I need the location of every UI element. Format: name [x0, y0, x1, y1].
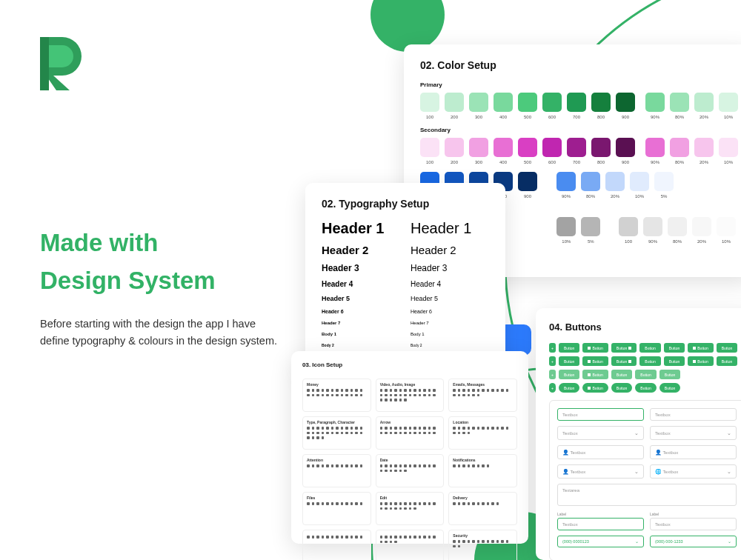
sample-button[interactable]: Button [717, 356, 737, 366]
icon-placeholder [336, 389, 339, 392]
sample-button[interactable]: + [549, 370, 556, 379]
icon-placeholder [462, 464, 465, 467]
icon-placeholder [423, 389, 426, 392]
icon-placeholder [423, 427, 426, 430]
icon-placeholder [468, 394, 471, 397]
icon-placeholder [394, 502, 397, 505]
sample-button[interactable]: + [549, 343, 556, 353]
icon-placeholder [345, 536, 348, 539]
icon-placeholder [433, 394, 436, 397]
color-swatch: 500 [518, 138, 537, 164]
icon-placeholder [477, 502, 480, 505]
icon-placeholder [390, 502, 393, 505]
sample-button[interactable]: Button [559, 356, 579, 366]
select-input[interactable]: Textbox⌄ [650, 426, 737, 440]
icon-placeholder [394, 536, 397, 539]
textbox-input[interactable]: Textbox [650, 408, 737, 421]
icon-placeholder [409, 432, 412, 435]
input-samples: Textbox Textbox Textbox⌄ Textbox⌄ 👤 Text… [549, 400, 741, 560]
sample-button[interactable]: Button [611, 343, 637, 353]
icon-placeholder [506, 427, 509, 430]
icon-placeholder [307, 389, 310, 392]
sample-button[interactable]: Button [582, 356, 608, 366]
textbox-input[interactable]: 👤 Textbox [650, 445, 737, 459]
sample-button[interactable]: Button [582, 370, 608, 379]
icon-placeholder [345, 389, 348, 392]
icon-placeholder [419, 394, 422, 397]
icon-placeholder [477, 389, 480, 392]
icon-placeholder [472, 394, 475, 397]
icon-category: Delivery [448, 492, 517, 525]
sample-button[interactable]: Button [559, 383, 579, 393]
icon-placeholder [462, 394, 465, 397]
icon-placeholder [433, 389, 436, 392]
phone-input[interactable]: (000) 000-1233⌄ [650, 536, 737, 547]
icon-placeholder [312, 502, 315, 505]
sample-button[interactable]: Button [717, 343, 737, 353]
icon-placeholder [496, 389, 499, 392]
sample-button[interactable]: Button [659, 383, 680, 393]
sample-button[interactable]: Button [659, 370, 680, 379]
textbox-input[interactable]: Textbox [650, 518, 737, 530]
sample-button[interactable]: Button [582, 343, 608, 353]
card-title: 02. Typography Setup [322, 198, 489, 210]
icon-placeholder [322, 502, 325, 505]
plus-icon [693, 347, 696, 350]
icon-category: Video, Audio, Image [376, 379, 445, 412]
card-buttons: 04. Buttons +ButtonButtonButtonButtonBut… [536, 308, 741, 560]
icon-placeholder [404, 502, 407, 505]
sample-button[interactable]: Button [559, 370, 579, 379]
icon-placeholder [326, 394, 329, 397]
sample-button[interactable]: Button [664, 356, 685, 366]
color-swatch: 5% [654, 172, 674, 199]
color-group-label: Primary [420, 81, 736, 88]
select-input[interactable]: 🌐 Textbox⌄ [650, 464, 737, 479]
phone-input[interactable]: (000) 0000123⌄ [557, 536, 644, 547]
select-input[interactable]: Textbox⌄ [557, 426, 644, 440]
textbox-input[interactable]: 👤 Textbox [557, 445, 644, 459]
icon-placeholder [345, 502, 348, 505]
sample-button[interactable]: Button [688, 343, 713, 353]
icon-placeholder [336, 427, 339, 430]
textbox-input[interactable]: Textbox [557, 518, 644, 530]
icon-placeholder [399, 389, 402, 392]
icon-placeholder [428, 432, 431, 435]
icon-placeholder [404, 536, 407, 539]
icon-placeholder [487, 427, 490, 430]
color-swatch: 10% [719, 93, 738, 119]
textbox-input[interactable]: Textbox [557, 408, 644, 421]
color-swatch: 20% [605, 172, 625, 199]
type-sample: Header 4 [411, 280, 489, 288]
card-title: 04. Buttons [549, 321, 741, 333]
sample-button[interactable]: Button [611, 356, 637, 366]
sample-button[interactable]: Button [688, 356, 713, 366]
select-input[interactable]: 👤 Textbox⌄ [557, 464, 644, 479]
sample-button[interactable]: Button [611, 370, 632, 379]
icon-placeholder [399, 394, 402, 397]
icon-placeholder [385, 536, 388, 539]
color-swatch: 600 [542, 93, 562, 119]
sample-button[interactable]: + [549, 383, 556, 393]
sample-button[interactable]: Button [639, 356, 660, 366]
sample-button[interactable]: Button [635, 383, 656, 393]
sample-button[interactable]: Button [664, 343, 685, 353]
sample-button[interactable]: Button [559, 343, 579, 353]
type-sample: Header 7 [322, 321, 400, 325]
sample-button[interactable]: Button [582, 383, 608, 393]
sample-button[interactable]: Button [611, 383, 632, 393]
color-swatch: 300 [469, 93, 488, 119]
icon-placeholder [331, 464, 334, 467]
type-sample: Header 4 [322, 280, 400, 288]
icon-placeholder [453, 540, 456, 543]
sample-button[interactable]: Button [635, 370, 656, 379]
icon-placeholder [360, 502, 363, 505]
icon-placeholder [312, 427, 315, 430]
textarea-input[interactable]: Textarea [557, 484, 737, 506]
icon-placeholder [390, 399, 393, 401]
icon-placeholder [322, 394, 325, 397]
sample-button[interactable]: + [549, 356, 556, 366]
icon-placeholder [472, 502, 475, 505]
icon-placeholder [487, 540, 490, 543]
sample-button[interactable]: Button [639, 343, 660, 353]
icon-placeholder [491, 427, 494, 430]
